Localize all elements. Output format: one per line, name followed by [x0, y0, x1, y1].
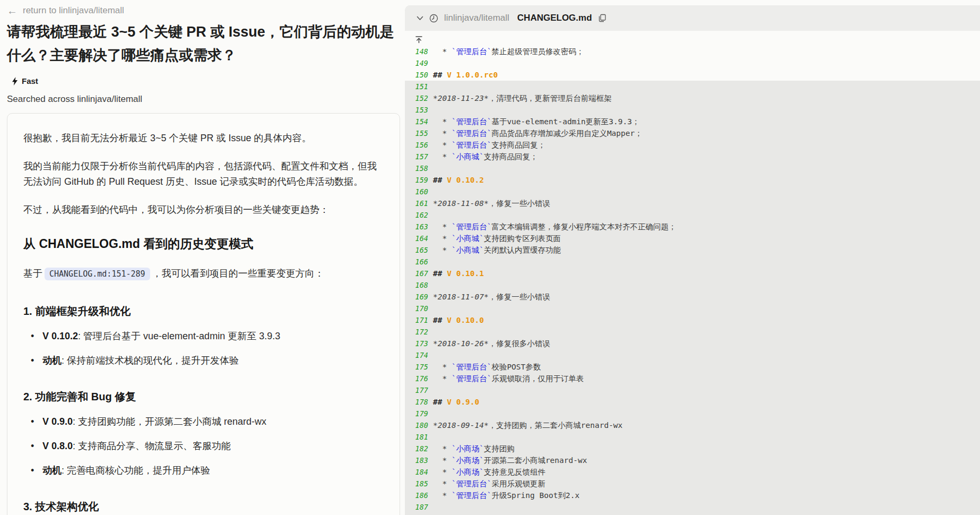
line-number: 153 — [405, 104, 428, 116]
code-line: 170 — [405, 303, 980, 314]
line-number: 185 — [405, 478, 428, 490]
code-token: * — [433, 468, 452, 476]
code-line: 175 * `管理后台`校验POST参数 — [405, 361, 980, 373]
line-number: 170 — [405, 303, 428, 314]
list-item: 动机: 保持前端技术栈的现代化，提升开发体验 — [28, 354, 381, 367]
code-token: ，修复一些小错误 — [489, 199, 550, 208]
line-number: 188 — [405, 513, 428, 515]
code-line-text: * `小商城`支持团购专区列表页面 — [433, 233, 561, 244]
code-line-text: * `管理后台`乐观锁取消，仅用于订单表 — [433, 373, 584, 384]
code-line: 181 — [405, 431, 980, 443]
copy-icon[interactable] — [598, 14, 606, 22]
code-link[interactable]: `管理后台` — [452, 479, 491, 488]
code-line-text: *2018-10-26*，修复很多小错误 — [433, 338, 550, 349]
line-number: 180 — [405, 419, 428, 431]
code-token: *2018-11-23* — [433, 94, 489, 102]
code-line: 155 * `管理后台`商品货品库存增加减少采用自定义Mapper； — [405, 127, 980, 139]
file-viewer-panel: linlinjava/litemall CHANGELOG.md 148 * `… — [405, 5, 980, 515]
code-token: 支持团购专区列表页面 — [484, 234, 561, 243]
code-token: *2018-10-26* — [433, 339, 489, 348]
expand-up-button[interactable] — [405, 33, 980, 46]
line-number: 176 — [405, 373, 428, 384]
list-item-lead: 动机 — [42, 465, 62, 476]
code-link[interactable]: `小商场` — [452, 456, 484, 465]
back-link[interactable]: ← return to linlinjava/litemall — [7, 5, 400, 16]
code-line: 165 * `小商城`关闭默认内置缓存功能 — [405, 244, 980, 256]
code-token: V 0.10.2 — [447, 176, 484, 184]
line-number: 161 — [405, 198, 428, 209]
expand-up-icon — [415, 36, 423, 44]
line-number: 187 — [405, 501, 428, 513]
code-token: 采用乐观锁更新 — [491, 479, 545, 488]
code-line: 182 * `小商场`支持团购 — [405, 443, 980, 454]
code-line: 164 * `小商城`支持团购专区列表页面 — [405, 233, 980, 244]
code-line: 149 — [405, 57, 980, 69]
code-line-text: ## V 0.10.1 — [433, 268, 484, 279]
code-line-text: ## V 0.9.0 — [433, 396, 479, 408]
repo-name[interactable]: linlinjava/litemall — [444, 13, 509, 23]
code-line: 178## V 0.9.0 — [405, 396, 980, 408]
code-token: * — [433, 129, 452, 138]
code-line: 177 — [405, 384, 980, 396]
code-link[interactable]: `管理后台` — [452, 47, 491, 56]
line-number: 171 — [405, 314, 428, 326]
code-token: * — [433, 246, 452, 254]
code-line-text: *2018-11-07*，修复一些小错误 — [433, 291, 550, 303]
code-token: 升级Spring Boot到2.x — [491, 491, 579, 500]
answer-section-title: 从 CHANGELOG.md 看到的历史变更模式 — [23, 236, 381, 252]
code-link[interactable]: `管理后台` — [452, 491, 491, 500]
line-number: 181 — [405, 431, 428, 443]
code-line: 159## V 0.10.2 — [405, 174, 980, 186]
mode-badge[interactable]: Fast — [12, 76, 400, 85]
answer-paragraph: 很抱歉，我目前无法分析最近 3~5 个关键 PR 或 Issue 的具体内容。 — [23, 131, 381, 146]
code-link[interactable]: `小商城` — [452, 152, 484, 161]
list-item-lead: 动机 — [42, 355, 62, 366]
code-line-text: ## V 0.10.0 — [433, 314, 484, 326]
code-token: 禁止超级管理员修改密码； — [491, 47, 584, 56]
line-number: 154 — [405, 116, 428, 127]
code-link[interactable]: `小商场` — [452, 468, 484, 476]
back-arrow-icon: ← — [7, 5, 18, 16]
code-link[interactable]: `小商场` — [452, 444, 484, 453]
code-line: 148 * `管理后台`禁止超级管理员修改密码； — [405, 46, 980, 57]
answer-paragraph: 我的当前能力仅限于分析你当前代码库的内容，包括源代码、配置文件和文档，但我无法访… — [23, 159, 381, 190]
search-status: Searched across linlinjava/litemall — [7, 94, 400, 105]
code-token: * — [433, 141, 452, 149]
code-token: 校验POST参数 — [491, 363, 541, 371]
code-token: V 0.9.0 — [447, 398, 479, 406]
code-link[interactable]: `管理后台` — [452, 222, 491, 231]
code-link[interactable]: `管理后台` — [452, 141, 491, 149]
code-link[interactable]: `管理后台` — [452, 129, 491, 138]
code-token: 支持商品回复； — [491, 141, 545, 149]
code-token: V 0.10.0 — [447, 316, 484, 324]
line-number: 152 — [405, 92, 428, 104]
code-line: 166 — [405, 256, 980, 268]
code-token: * — [433, 479, 452, 488]
code-line: 156 * `管理后台`支持商品回复； — [405, 139, 980, 151]
citation-line: 基于CHANGELOG.md:151-289，我可以看到项目的一些重要变更方向： — [23, 266, 381, 282]
line-number: 162 — [405, 209, 428, 221]
code-token: ，清理代码，更新管理后台前端框架 — [489, 94, 612, 102]
code-link[interactable]: `小商城` — [452, 234, 484, 243]
code-line-text: * `管理后台`支持商品回复； — [433, 139, 545, 151]
code-token: * — [433, 234, 452, 243]
chevron-down-icon[interactable] — [417, 16, 423, 21]
code-link[interactable]: `小商城` — [452, 246, 484, 254]
file-citation-chip[interactable]: CHANGELOG.md:151-289 — [45, 268, 150, 280]
section-heading: 2. 功能完善和 Bug 修复 — [23, 390, 381, 404]
answer-paragraph: 不过，从我能看到的代码中，我可以为你分析项目的一些关键变更趋势： — [23, 202, 381, 218]
code-line-text: *2018-11-23*，清理代码，更新管理后台前端框架 — [433, 92, 612, 104]
code-link[interactable]: `管理后台` — [452, 117, 491, 126]
line-number: 173 — [405, 338, 428, 349]
code-link[interactable]: `管理后台` — [452, 363, 491, 371]
code-line-text: * `小商城`关闭默认内置缓存功能 — [433, 244, 561, 256]
history-clock-icon[interactable] — [429, 14, 438, 23]
code-link[interactable]: `管理后台` — [452, 374, 491, 383]
code-token: * — [433, 152, 452, 161]
line-number: 151 — [405, 81, 428, 92]
list-item: V 0.10.2: 管理后台基于 vue-element-admin 更新至 3… — [28, 329, 381, 343]
code-token: 乐观锁取消，仅用于订单表 — [491, 374, 584, 383]
code-line-text: * `管理后台`商品货品库存增加减少采用自定义Mapper； — [433, 127, 643, 139]
code-token: 基于vue-element-admin更新至3.9.3； — [491, 117, 639, 126]
line-number: 163 — [405, 221, 428, 233]
